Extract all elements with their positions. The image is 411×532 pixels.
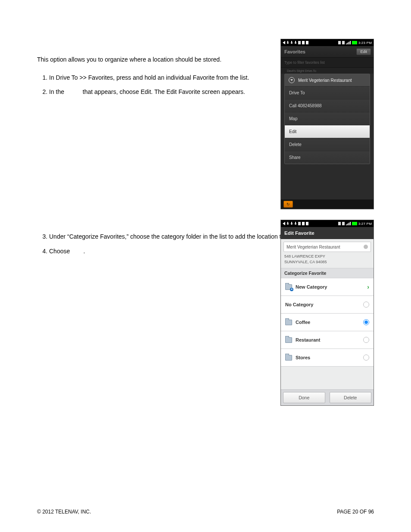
context-menu-title-row: Merit Vegeterian Restaurant (285, 74, 370, 87)
category-row-restaurant[interactable]: Restaurant (281, 331, 374, 349)
notification-icon (298, 222, 301, 225)
context-menu-item-driveto[interactable]: Drive To (285, 87, 370, 100)
delete-button[interactable]: Delete (330, 392, 372, 403)
step-2-gap (66, 88, 81, 95)
warning-icon (306, 222, 308, 225)
radio-unselected-icon[interactable] (363, 337, 369, 343)
notification-icon (298, 41, 301, 44)
warning-icon (306, 41, 308, 44)
category-row-coffee[interactable]: Coffee (281, 314, 374, 331)
chevron-right-icon: › (367, 283, 369, 290)
button-bar: Done Delete (281, 389, 374, 405)
category-list: New Category › No Category Coffee (281, 278, 374, 367)
download-icon (290, 41, 293, 44)
screenshot-edit-favorite: 3:27 PM Edit Favorite Merit Vegeterian R… (280, 220, 374, 406)
filter-input[interactable]: Type to filter favorites list (281, 58, 374, 68)
folder-icon (285, 337, 292, 343)
step-3-text: Under “Categorize Favorites,” choose the… (49, 233, 313, 240)
clock-time: 3:27 PM (358, 222, 372, 226)
category-label: Coffee (296, 320, 310, 325)
edit-list-button[interactable]: Edit (356, 48, 371, 55)
category-label: No Category (285, 302, 313, 307)
context-menu-item-edit[interactable]: Edit (285, 125, 370, 138)
system-key-row: ↻ (281, 199, 374, 209)
radio-unselected-icon[interactable] (363, 355, 369, 361)
category-row-none[interactable]: No Category (281, 296, 374, 314)
download-icon (286, 41, 289, 44)
edit-favorite-header: Edit Favorite (281, 227, 374, 239)
step-4-text-b: . (83, 248, 85, 255)
usb-icon (302, 222, 305, 225)
download-icon (290, 222, 293, 225)
notification-icon (283, 222, 285, 225)
context-menu-item-delete[interactable]: Delete (285, 138, 370, 151)
download-icon (286, 222, 289, 225)
refresh-key[interactable]: ↻ (283, 201, 293, 208)
clear-text-icon[interactable] (364, 245, 368, 249)
favorite-address-line1: 548 LAWRENCE EXPY (284, 254, 374, 259)
clock-time: 3:23 PM (358, 41, 372, 45)
favorites-header: Favorites Edit (281, 46, 374, 58)
sync-icon (338, 41, 341, 44)
screenshot-favorites-context-menu: 3:23 PM Favorites Edit Type to filter fa… (280, 39, 374, 209)
step-2-text-b: that appears, choose Edit. The Edit Favo… (81, 88, 245, 95)
radio-unselected-icon[interactable] (363, 302, 369, 308)
3g-icon (342, 41, 345, 44)
category-row-stores[interactable]: Stores (281, 349, 374, 367)
categorize-section-header: Categorize Favorite (281, 268, 374, 278)
android-status-bar: 3:23 PM (281, 39, 374, 46)
download-icon (294, 41, 297, 44)
step-4-text-a: Choose (49, 248, 72, 255)
usb-icon (302, 41, 305, 44)
context-menu-title: Merit Vegeterian Restaurant (298, 78, 352, 83)
favorite-name-input[interactable]: Merit Vegeterian Restaurant (283, 242, 371, 252)
category-label: New Category (296, 284, 327, 289)
notification-icon (283, 41, 285, 44)
category-row-new[interactable]: New Category › (281, 278, 374, 296)
favorites-title: Favorites (284, 49, 305, 54)
signal-icon (346, 222, 351, 225)
battery-icon (352, 41, 357, 44)
folder-icon (285, 355, 292, 361)
caret-down-icon (289, 77, 295, 83)
battery-icon (352, 222, 357, 225)
category-label: Restaurant (296, 337, 320, 342)
context-menu-item-share[interactable]: Share (285, 151, 370, 164)
step-4-gap (72, 248, 83, 255)
footer-page-number: PAGE 20 OF 96 (337, 509, 374, 515)
step-1-text: In Drive To >> Favorites, press and hold… (49, 74, 249, 81)
page-footer: © 2012 TELENAV, INC. PAGE 20 OF 96 (37, 509, 374, 515)
radio-selected-icon[interactable] (363, 319, 369, 325)
step-2-text-a: In the (49, 88, 66, 95)
signal-icon (346, 41, 351, 44)
favorite-address-line2: SUNNYVALE, CA 94085 (284, 259, 374, 265)
sync-icon (338, 222, 341, 225)
background-list-row: Davil's Slight Drive‑To (281, 68, 374, 74)
context-menu-item-map[interactable]: Map (285, 112, 370, 125)
favorite-name-value: Merit Vegeterian Restaurant (286, 245, 340, 249)
context-menu-item-call[interactable]: Call 4082458988 (285, 100, 370, 112)
footer-copyright: © 2012 TELENAV, INC. (37, 509, 91, 515)
download-icon (294, 222, 297, 225)
folder-icon (285, 320, 292, 325)
context-menu: Merit Vegeterian Restaurant Drive To Cal… (284, 74, 370, 164)
done-button[interactable]: Done (283, 392, 325, 403)
android-status-bar: 3:27 PM (281, 220, 374, 227)
category-label: Stores (296, 355, 310, 360)
add-folder-icon (285, 284, 292, 290)
3g-icon (342, 222, 345, 225)
